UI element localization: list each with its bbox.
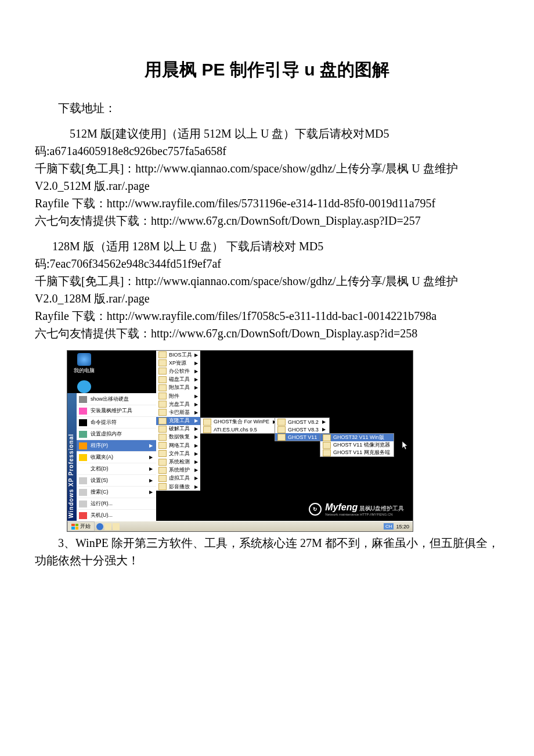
- chevron-right-icon: ▶: [194, 451, 198, 456]
- folder-icon: [158, 417, 167, 424]
- folder-icon: [158, 475, 167, 482]
- windows-flag-icon: [71, 524, 78, 530]
- chevron-right-icon: ▶: [194, 361, 198, 366]
- folder-icon: [158, 384, 167, 391]
- programs-menu-item[interactable]: 数据恢复▶: [156, 433, 200, 441]
- folder-icon: [203, 419, 211, 426]
- folder-icon: [158, 376, 167, 383]
- ql-desktop-icon[interactable]: [104, 523, 111, 530]
- menu-item-icon: [79, 501, 87, 507]
- start-menu-item[interactable]: 文档(D)▶: [67, 463, 156, 474]
- taskbar: 开始 CH 15:20: [67, 521, 413, 531]
- menu-item-icon: [79, 442, 87, 449]
- submenu-item[interactable]: GHOST V11 镜像浏览器: [320, 441, 394, 449]
- programs-menu-item[interactable]: 虚拟工具▶: [156, 474, 200, 483]
- programs-menu-item[interactable]: 破解工具▶: [156, 425, 200, 433]
- folder-icon: [158, 401, 167, 408]
- start-menu-item[interactable]: 关机(U)...: [67, 509, 156, 521]
- programs-menu-item[interactable]: 文件工具▶: [156, 449, 200, 458]
- programs-menu-item[interactable]: 克隆工具▶: [156, 417, 200, 425]
- menu-item-icon: [79, 489, 87, 496]
- submenu-item[interactable]: GHOST32 V11 Win版: [320, 434, 394, 441]
- start-menu-item[interactable]: 收藏夹(A)▶: [67, 451, 156, 463]
- language-indicator[interactable]: CH: [384, 523, 394, 530]
- programs-submenu: BIOS工具▶XP资源▶办公软件▶磁盘工具▶附加工具▶附件▶光盘工具▶卡巴斯基▶…: [156, 351, 200, 491]
- folder-icon: [158, 483, 167, 490]
- submenu-item[interactable]: GHOST集合 For WinPE▶: [201, 418, 280, 426]
- start-menu-item[interactable]: show出移动硬盘: [67, 393, 156, 405]
- download-heading: 下载地址：: [35, 99, 499, 117]
- folder-icon: [158, 450, 167, 457]
- para-512m-rayfile: Rayfile 下载：http://www.rayfile.com/files/…: [35, 195, 499, 212]
- menu-item-icon: [79, 408, 87, 415]
- submenu-item[interactable]: ATI.ES.UR.chs 9.5: [201, 426, 280, 433]
- start-menu-item[interactable]: 命令提示符: [67, 416, 156, 428]
- programs-menu-item[interactable]: 附件▶: [156, 392, 200, 400]
- para-128m: 128M 版（适用 128M 以上 U 盘） 下载后请校对 MD5 码:7eac…: [35, 237, 499, 272]
- menu-item-icon: [79, 396, 87, 403]
- computer-icon: [77, 353, 91, 366]
- start-menu-item[interactable]: 设置(S)▶: [67, 474, 156, 486]
- folder-icon: [323, 442, 331, 449]
- start-menu-item[interactable]: 运行(R)...: [67, 498, 156, 509]
- chevron-right-icon: ▶: [149, 478, 153, 483]
- embedded-screenshot: 我的电脑 网上邻居 e show出移动硬盘安装晨枫维护工具命令提示符设置虚拟内存…: [67, 350, 413, 532]
- chevron-right-icon: ▶: [194, 385, 198, 390]
- start-button[interactable]: 开始: [67, 521, 95, 531]
- page-title: 用晨枫 PE 制作引导 u 盘的图解: [35, 58, 499, 82]
- chevron-right-icon: ▶: [149, 443, 153, 448]
- programs-menu-item[interactable]: 系统检测▶: [156, 458, 200, 466]
- ql-explorer-icon[interactable]: [113, 523, 120, 530]
- programs-menu-item[interactable]: 影音播放▶: [156, 483, 200, 491]
- programs-menu-item[interactable]: 网络工具▶: [156, 441, 200, 449]
- desktop-icon-mycomputer[interactable]: 我的电脑: [67, 353, 100, 375]
- para-feature-3: 3、WinPE 除开第三方软件、工具，系统核心连 27M 都不到，麻雀虽小，但五…: [35, 534, 499, 569]
- programs-menu-item[interactable]: 卡巴斯基▶: [156, 408, 200, 416]
- chevron-right-icon: ▶: [194, 443, 198, 448]
- folder-icon: [158, 351, 167, 358]
- chevron-right-icon: ▶: [194, 369, 198, 374]
- folder-icon: [158, 459, 167, 466]
- programs-menu-item[interactable]: 系统维护▶: [156, 466, 200, 474]
- para-128m-rayfile: Rayfile 下载：http://www.rayfile.com/files/…: [35, 307, 499, 325]
- start-menu-item[interactable]: 安装晨枫维护工具: [67, 405, 156, 416]
- para-128m-qiannao: 千脑下载[免工具]：http://www.qiannao.com/space/s…: [35, 272, 499, 307]
- para-512m-67g: 六七句友情提供下载：http://www.67g.cn/DownSoft/Dow…: [35, 212, 499, 229]
- menu-item-icon: [79, 466, 87, 473]
- programs-menu-item[interactable]: 磁盘工具▶: [156, 376, 200, 384]
- submenu-item[interactable]: GHOST V11 网克服务端: [320, 449, 394, 456]
- menu-item-icon: [79, 454, 87, 461]
- start-menu-item[interactable]: 设置虚拟内存: [67, 428, 156, 440]
- chevron-right-icon: ▶: [194, 402, 198, 407]
- chevron-right-icon: ▶: [194, 467, 198, 473]
- menu-item-icon: [79, 419, 87, 426]
- start-menu: show出移动硬盘安装晨枫维护工具命令提示符设置虚拟内存程序(P)▶收藏夹(A)…: [67, 393, 156, 521]
- folder-icon: [158, 393, 167, 399]
- quick-launch: [96, 523, 120, 530]
- para-512m-qiannao: 千脑下载[免工具]：http://www.qiannao.com/space/s…: [35, 160, 499, 195]
- programs-menu-item[interactable]: 附加工具▶: [156, 384, 200, 392]
- programs-menu-item[interactable]: BIOS工具▶: [156, 351, 200, 359]
- programs-menu-item[interactable]: 办公软件▶: [156, 367, 200, 375]
- chevron-right-icon: ▶: [194, 426, 198, 431]
- winxp-strip-label: Windows XP Professional: [68, 434, 74, 519]
- folder-icon: [277, 419, 286, 426]
- start-menu-item[interactable]: 搜索(C)▶: [67, 486, 156, 498]
- chevron-right-icon: ▶: [149, 489, 153, 495]
- ghost-v11-submenu: GHOST32 V11 Win版GHOST V11 镜像浏览器GHOST V11…: [320, 433, 394, 457]
- programs-menu-item[interactable]: XP资源▶: [156, 359, 200, 367]
- folder-icon: [158, 426, 167, 433]
- ql-ie-icon[interactable]: [96, 523, 103, 530]
- start-menu-item[interactable]: 程序(P)▶: [67, 440, 156, 451]
- programs-menu-item[interactable]: 光盘工具▶: [156, 400, 200, 408]
- myfeng-logo-icon: ↻: [309, 503, 322, 516]
- menu-item-icon: [79, 431, 87, 438]
- chevron-right-icon: ▶: [194, 418, 198, 423]
- submenu-item[interactable]: GHOST V8.2▶: [275, 418, 329, 426]
- submenu-item[interactable]: GHOST V8.3▶: [275, 426, 329, 433]
- para-128m-67g: 六七句友情提供下载：http://www.67g.cn/DownSoft/Dow…: [35, 325, 499, 342]
- cursor-icon: [402, 441, 409, 451]
- folder-icon: [323, 434, 331, 441]
- folder-icon: [277, 434, 286, 441]
- folder-icon: [323, 449, 331, 456]
